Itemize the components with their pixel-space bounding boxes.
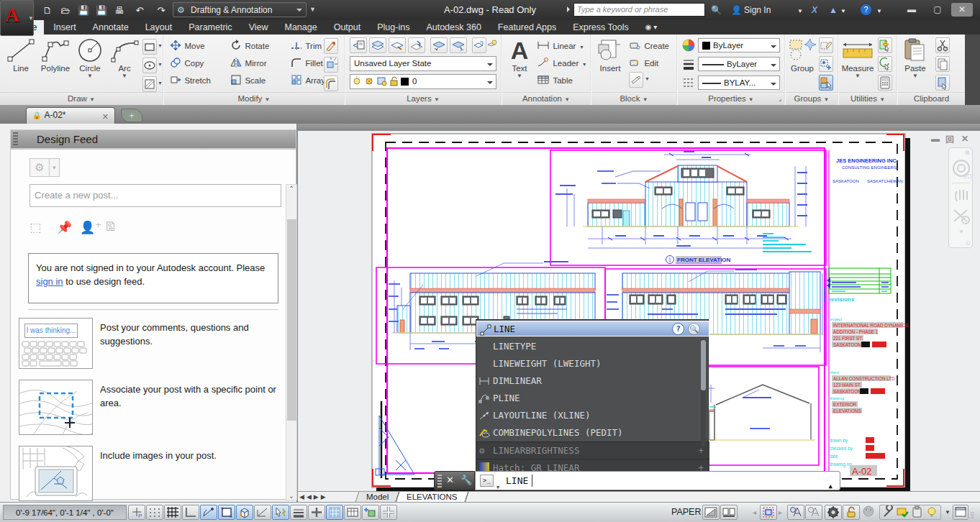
viewport-maximize-button[interactable] <box>760 505 777 520</box>
search-icon[interactable]: 🔍 <box>711 5 722 15</box>
color-combo[interactable]: ByLayer <box>698 38 780 52</box>
command-recent-caret[interactable]: ▼ <box>496 479 499 497</box>
close-button[interactable]: ✕ <box>951 3 973 17</box>
rectangle-button[interactable] <box>142 39 157 55</box>
tab-parametric[interactable]: Parametric <box>181 20 239 35</box>
palette-header[interactable]: Design Feed <box>10 129 296 149</box>
help-icon[interactable]: ? <box>861 4 871 15</box>
select-area-icon[interactable]: ⬚ <box>30 220 41 235</box>
ribbon-options-icon[interactable]: ◉ ▾ <box>638 20 665 35</box>
tab-output[interactable]: Output <box>327 20 368 35</box>
palette-scrollbar[interactable]: ⌃⌄ <box>286 184 297 500</box>
linear-button[interactable]: Linear ▼ <box>537 37 584 53</box>
tab-view[interactable]: View <box>242 20 276 35</box>
object-snap-toggle[interactable] <box>218 505 235 520</box>
measure-button[interactable]: Measure▼ <box>840 37 875 79</box>
a360-caret[interactable]: ▼ <box>840 8 846 14</box>
new-tab-button[interactable]: ＋ <box>121 109 142 122</box>
tab-elevations[interactable]: ELEVATIONS <box>396 492 468 502</box>
table-button[interactable]: Table <box>537 72 573 88</box>
lock-ui-button[interactable] <box>843 505 860 520</box>
annotation-scale-button[interactable] <box>787 505 804 520</box>
panel-label-utilities[interactable]: Utilities ▼ <box>839 92 897 105</box>
tab-express-tools[interactable]: Express Tools <box>566 20 636 35</box>
layer-off-button[interactable] <box>389 37 406 53</box>
sign-in-link[interactable]: sign in <box>36 276 63 287</box>
command-customize-icon[interactable]: 🔧 <box>460 475 472 485</box>
layer-state-combo[interactable]: Unsaved Layer State <box>350 56 496 71</box>
selection-cycling-toggle[interactable] <box>344 505 361 520</box>
doc-restore-icon[interactable]: 回 <box>945 134 954 146</box>
linetype-combo[interactable]: BYLAY... <box>698 75 780 90</box>
suggestion-lineweight[interactable]: LINEWEIGHT (LWEIGHT) <box>476 355 709 372</box>
calculator-button[interactable] <box>878 75 892 91</box>
add-person-icon[interactable]: 👤⁺ <box>80 220 101 235</box>
copy-button[interactable]: Copy <box>170 55 204 70</box>
scroll-thumb[interactable] <box>287 219 296 421</box>
arc-button[interactable]: Arc▼ <box>108 37 141 79</box>
rotate-button[interactable]: Rotate <box>230 37 269 53</box>
suggestion-layoutline[interactable]: LAYOUTLINE (XLINE) <box>476 407 709 424</box>
scroll-up-icon[interactable]: ⌃ <box>286 185 296 193</box>
tab-insert[interactable]: Insert <box>46 20 83 35</box>
navbar-more-icon[interactable]: ▼ <box>958 229 964 235</box>
resize-grip[interactable]: ⣿ <box>970 511 975 518</box>
edit-attribute-caret[interactable]: ▼ <box>645 76 650 81</box>
maximize-button[interactable]: ▢ <box>927 3 948 17</box>
copy-clip-button[interactable] <box>935 56 950 72</box>
suggestion-linetype[interactable]: LINETYPE <box>476 338 709 355</box>
new-post-input[interactable]: Create a new post... <box>30 184 281 207</box>
lineweight-toggle[interactable] <box>290 505 307 520</box>
polyline-button[interactable]: Polyline <box>39 37 72 73</box>
feed-settings-caret[interactable]: ▼ <box>50 158 60 177</box>
tab-plugins[interactable]: Plug-ins <box>370 20 417 35</box>
scroll-down-icon[interactable]: ⌄ <box>286 492 296 500</box>
command-grip[interactable] <box>437 475 442 488</box>
leader-button[interactable]: Leader ▼ <box>537 55 587 70</box>
sign-in-button[interactable]: Sign In <box>744 5 771 15</box>
help-caret[interactable]: ▼ <box>876 8 882 14</box>
panel-label-layers[interactable]: Layers ▼ <box>345 92 501 105</box>
mirror-button[interactable]: Mirror <box>230 55 266 70</box>
stretch-button[interactable]: Stretch <box>170 72 211 88</box>
tab-featured-apps[interactable]: Featured Apps <box>491 20 563 35</box>
tray-caret[interactable]: ▼ <box>945 509 950 516</box>
command-dock[interactable]: ✕ 🔧 <box>434 471 475 490</box>
group-add-button[interactable] <box>819 56 833 72</box>
suggestion-dimlinear[interactable]: DIMLINEAR <box>476 372 709 390</box>
annotation-visibility-button[interactable] <box>805 505 822 520</box>
tab-layout[interactable]: Layout <box>138 20 180 35</box>
polar-tracking-toggle[interactable] <box>200 505 217 520</box>
palette-grip[interactable] <box>13 132 18 145</box>
layer-lock-button[interactable] <box>450 37 467 53</box>
search-input[interactable]: Type a keyword or phrase <box>573 3 705 17</box>
close-tab-icon[interactable]: ✕ <box>102 109 109 124</box>
exchange-icon[interactable]: X <box>812 5 817 15</box>
a360-icon[interactable]: ▲ <box>829 5 838 15</box>
paper-space-toggle[interactable] <box>702 505 720 520</box>
command-expand-icon[interactable]: ▲ <box>829 477 832 495</box>
doc-close-icon[interactable]: ✕ <box>961 134 968 144</box>
edit-attribute-button[interactable] <box>629 72 643 88</box>
layer-freeze-button[interactable] <box>430 37 448 53</box>
create-block-button[interactable]: Create <box>629 37 669 53</box>
viewport-prev-icon[interactable]: ◂ <box>753 508 756 516</box>
hatch-button[interactable] <box>142 76 157 92</box>
rectangle-caret[interactable]: ▼ <box>158 43 163 48</box>
navbar-close-icon[interactable]: ⊗ <box>964 149 970 156</box>
doc-minimize-icon[interactable]: ▬ <box>931 134 940 144</box>
grid-toggle[interactable] <box>164 505 181 520</box>
hatch-caret[interactable]: ▼ <box>158 81 163 86</box>
popup-scroll-thumb[interactable] <box>701 340 706 390</box>
snap-toggle[interactable] <box>146 505 163 520</box>
layer-prev-button[interactable] <box>486 37 499 53</box>
suggestion-pline[interactable]: PLINE <box>476 390 709 407</box>
cut-button[interactable] <box>935 37 950 53</box>
object-snap-tracking-toggle[interactable] <box>254 505 271 520</box>
transparency-toggle[interactable] <box>308 505 325 520</box>
suggestion-combinepolylines[interactable]: COMBINEPOLYLINES (PEDIT) <box>476 424 709 441</box>
layer-combo[interactable]: 0 <box>350 74 496 89</box>
panel-label-clipboard[interactable]: Clipboard <box>898 92 965 105</box>
infer-constraints-toggle[interactable]: P <box>128 505 145 520</box>
layer-properties-button[interactable] <box>350 37 367 53</box>
